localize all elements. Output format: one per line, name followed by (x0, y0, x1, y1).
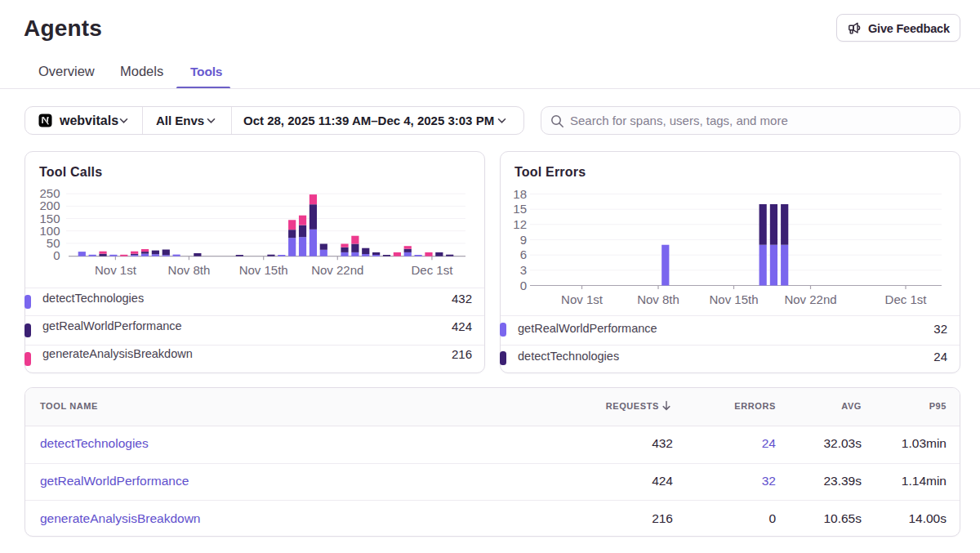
svg-text:3: 3 (520, 263, 527, 277)
svg-text:Nov 1st: Nov 1st (95, 263, 137, 277)
svg-text:Nov 1st: Nov 1st (561, 292, 604, 306)
svg-text:Dec 1st: Dec 1st (885, 292, 928, 306)
svg-text:Nov 8th: Nov 8th (637, 292, 679, 306)
svg-text:18: 18 (513, 187, 527, 201)
svg-text:Nov 8th: Nov 8th (168, 263, 211, 277)
svg-text:Nov 15th: Nov 15th (709, 292, 758, 306)
svg-text:Nov 15th: Nov 15th (239, 263, 288, 277)
svg-text:0: 0 (520, 279, 527, 292)
svg-text:0: 0 (53, 248, 60, 262)
svg-text:Nov 22nd: Nov 22nd (784, 292, 836, 306)
svg-text:9: 9 (520, 233, 527, 247)
svg-text:Dec 1st: Dec 1st (411, 263, 453, 277)
svg-text:6: 6 (520, 248, 527, 261)
svg-text:Nov 22nd: Nov 22nd (311, 263, 363, 277)
svg-text:15: 15 (513, 202, 527, 216)
svg-text:12: 12 (513, 217, 527, 231)
